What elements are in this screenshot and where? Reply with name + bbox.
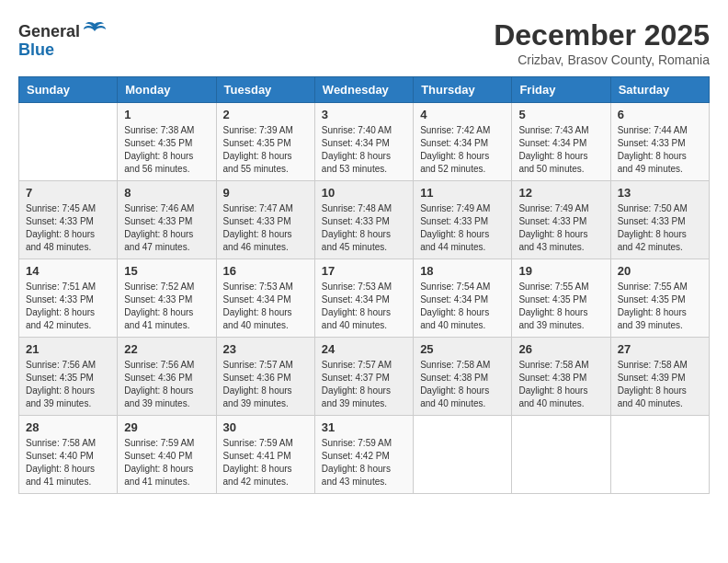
day-number: 20 <box>618 264 702 278</box>
logo: General Blue <box>18 18 108 60</box>
day-info: Sunrise: 7:46 AMSunset: 4:33 PMDaylight:… <box>124 202 209 254</box>
logo-general: General <box>18 22 80 41</box>
calendar-cell: 21Sunrise: 7:56 AMSunset: 4:35 PMDayligh… <box>19 338 118 416</box>
calendar-cell: 14Sunrise: 7:51 AMSunset: 4:33 PMDayligh… <box>19 259 118 338</box>
calendar-cell: 22Sunrise: 7:56 AMSunset: 4:36 PMDayligh… <box>118 338 216 416</box>
day-info: Sunrise: 7:49 AMSunset: 4:33 PMDaylight:… <box>518 202 603 254</box>
day-number: 5 <box>518 108 603 121</box>
location-subtitle: Crizbav, Brasov County, Romania <box>494 52 710 67</box>
day-info: Sunrise: 7:58 AMSunset: 4:38 PMDaylight:… <box>420 359 505 410</box>
calendar-cell: 18Sunrise: 7:54 AMSunset: 4:34 PMDayligh… <box>414 259 512 338</box>
calendar-cell: 23Sunrise: 7:57 AMSunset: 4:36 PMDayligh… <box>216 338 314 416</box>
day-info: Sunrise: 7:39 AMSunset: 4:35 PMDaylight:… <box>223 124 308 176</box>
day-info: Sunrise: 7:59 AMSunset: 4:40 PMDaylight:… <box>124 437 209 488</box>
day-info: Sunrise: 7:38 AMSunset: 4:35 PMDaylight:… <box>124 124 209 176</box>
day-number: 4 <box>420 108 505 121</box>
day-info: Sunrise: 7:58 AMSunset: 4:40 PMDaylight:… <box>26 437 110 488</box>
calendar-week-row: 7Sunrise: 7:45 AMSunset: 4:33 PMDaylight… <box>19 181 710 259</box>
day-info: Sunrise: 7:50 AMSunset: 4:33 PMDaylight:… <box>618 202 702 254</box>
day-number: 11 <box>420 186 505 200</box>
calendar-week-row: 1Sunrise: 7:38 AMSunset: 4:35 PMDaylight… <box>19 103 710 181</box>
calendar-cell: 25Sunrise: 7:58 AMSunset: 4:38 PMDayligh… <box>414 338 512 416</box>
calendar-cell: 9Sunrise: 7:47 AMSunset: 4:33 PMDaylight… <box>216 181 314 259</box>
day-info: Sunrise: 7:57 AMSunset: 4:36 PMDaylight:… <box>223 359 308 410</box>
day-number: 15 <box>124 264 209 278</box>
calendar-cell <box>19 103 118 181</box>
weekday-header-row: SundayMondayTuesdayWednesdayThursdayFrid… <box>19 77 710 103</box>
day-info: Sunrise: 7:40 AMSunset: 4:34 PMDaylight:… <box>322 124 406 176</box>
day-info: Sunrise: 7:51 AMSunset: 4:33 PMDaylight:… <box>26 281 110 332</box>
calendar-week-row: 14Sunrise: 7:51 AMSunset: 4:33 PMDayligh… <box>19 259 710 338</box>
logo-blue: Blue <box>18 40 54 60</box>
day-info: Sunrise: 7:53 AMSunset: 4:34 PMDaylight:… <box>322 281 406 332</box>
day-number: 13 <box>618 186 702 200</box>
calendar-cell: 4Sunrise: 7:42 AMSunset: 4:34 PMDaylight… <box>414 103 512 181</box>
day-number: 14 <box>26 264 110 278</box>
day-number: 25 <box>420 342 505 356</box>
calendar-cell: 24Sunrise: 7:57 AMSunset: 4:37 PMDayligh… <box>314 338 413 416</box>
calendar-cell <box>512 416 610 494</box>
calendar-week-row: 28Sunrise: 7:58 AMSunset: 4:40 PMDayligh… <box>19 416 710 494</box>
month-title: December 2025 <box>494 18 710 52</box>
calendar-week-row: 21Sunrise: 7:56 AMSunset: 4:35 PMDayligh… <box>19 338 710 416</box>
day-info: Sunrise: 7:58 AMSunset: 4:39 PMDaylight:… <box>618 359 702 410</box>
calendar-cell: 1Sunrise: 7:38 AMSunset: 4:35 PMDaylight… <box>118 103 216 181</box>
calendar-cell: 8Sunrise: 7:46 AMSunset: 4:33 PMDaylight… <box>118 181 216 259</box>
calendar-cell: 10Sunrise: 7:48 AMSunset: 4:33 PMDayligh… <box>314 181 413 259</box>
day-number: 24 <box>322 342 406 356</box>
logo-bird-icon <box>82 18 108 44</box>
calendar-cell: 27Sunrise: 7:58 AMSunset: 4:39 PMDayligh… <box>610 338 709 416</box>
day-info: Sunrise: 7:42 AMSunset: 4:34 PMDaylight:… <box>420 124 505 176</box>
calendar-cell: 5Sunrise: 7:43 AMSunset: 4:34 PMDaylight… <box>512 103 610 181</box>
weekday-header-tuesday: Tuesday <box>216 77 314 103</box>
day-number: 7 <box>26 186 110 200</box>
day-number: 21 <box>26 342 110 356</box>
day-info: Sunrise: 7:45 AMSunset: 4:33 PMDaylight:… <box>26 202 110 254</box>
weekday-header-monday: Monday <box>118 77 216 103</box>
day-info: Sunrise: 7:59 AMSunset: 4:41 PMDaylight:… <box>223 437 308 488</box>
day-number: 1 <box>124 108 209 121</box>
calendar-cell: 29Sunrise: 7:59 AMSunset: 4:40 PMDayligh… <box>118 416 216 494</box>
calendar-cell: 28Sunrise: 7:58 AMSunset: 4:40 PMDayligh… <box>19 416 118 494</box>
calendar-cell: 6Sunrise: 7:44 AMSunset: 4:33 PMDaylight… <box>610 103 709 181</box>
day-number: 22 <box>124 342 209 356</box>
day-info: Sunrise: 7:54 AMSunset: 4:34 PMDaylight:… <box>420 281 505 332</box>
calendar-cell: 2Sunrise: 7:39 AMSunset: 4:35 PMDaylight… <box>216 103 314 181</box>
day-info: Sunrise: 7:59 AMSunset: 4:42 PMDaylight:… <box>322 437 406 488</box>
day-number: 10 <box>322 186 406 200</box>
day-number: 16 <box>223 264 308 278</box>
weekday-header-friday: Friday <box>512 77 610 103</box>
calendar-cell <box>414 416 512 494</box>
day-number: 29 <box>124 420 209 434</box>
weekday-header-saturday: Saturday <box>610 77 709 103</box>
day-number: 27 <box>618 342 702 356</box>
weekday-header-sunday: Sunday <box>19 77 118 103</box>
calendar-cell: 12Sunrise: 7:49 AMSunset: 4:33 PMDayligh… <box>512 181 610 259</box>
day-info: Sunrise: 7:52 AMSunset: 4:33 PMDaylight:… <box>124 281 209 332</box>
calendar-cell <box>610 416 709 494</box>
calendar-cell: 30Sunrise: 7:59 AMSunset: 4:41 PMDayligh… <box>216 416 314 494</box>
calendar-cell: 31Sunrise: 7:59 AMSunset: 4:42 PMDayligh… <box>314 416 413 494</box>
day-info: Sunrise: 7:56 AMSunset: 4:36 PMDaylight:… <box>124 359 209 410</box>
day-number: 23 <box>223 342 308 356</box>
day-info: Sunrise: 7:48 AMSunset: 4:33 PMDaylight:… <box>322 202 406 254</box>
day-info: Sunrise: 7:55 AMSunset: 4:35 PMDaylight:… <box>518 281 603 332</box>
day-info: Sunrise: 7:43 AMSunset: 4:34 PMDaylight:… <box>518 124 603 176</box>
day-info: Sunrise: 7:47 AMSunset: 4:33 PMDaylight:… <box>223 202 308 254</box>
day-number: 9 <box>223 186 308 200</box>
calendar-cell: 17Sunrise: 7:53 AMSunset: 4:34 PMDayligh… <box>314 259 413 338</box>
day-info: Sunrise: 7:57 AMSunset: 4:37 PMDaylight:… <box>322 359 406 410</box>
day-number: 18 <box>420 264 505 278</box>
day-info: Sunrise: 7:49 AMSunset: 4:33 PMDaylight:… <box>420 202 505 254</box>
day-info: Sunrise: 7:58 AMSunset: 4:38 PMDaylight:… <box>518 359 603 410</box>
day-info: Sunrise: 7:44 AMSunset: 4:33 PMDaylight:… <box>618 124 702 176</box>
calendar-cell: 16Sunrise: 7:53 AMSunset: 4:34 PMDayligh… <box>216 259 314 338</box>
day-info: Sunrise: 7:53 AMSunset: 4:34 PMDaylight:… <box>223 281 308 332</box>
day-number: 30 <box>223 420 308 434</box>
calendar-cell: 11Sunrise: 7:49 AMSunset: 4:33 PMDayligh… <box>414 181 512 259</box>
weekday-header-thursday: Thursday <box>414 77 512 103</box>
calendar-cell: 13Sunrise: 7:50 AMSunset: 4:33 PMDayligh… <box>610 181 709 259</box>
calendar-cell: 19Sunrise: 7:55 AMSunset: 4:35 PMDayligh… <box>512 259 610 338</box>
calendar-cell: 15Sunrise: 7:52 AMSunset: 4:33 PMDayligh… <box>118 259 216 338</box>
calendar-cell: 7Sunrise: 7:45 AMSunset: 4:33 PMDaylight… <box>19 181 118 259</box>
